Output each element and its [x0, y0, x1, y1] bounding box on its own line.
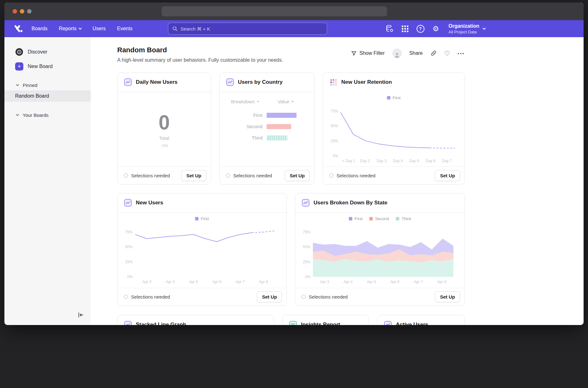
selections-needed-status: Selections needed — [329, 173, 375, 178]
set-up-button[interactable]: Set Up — [181, 170, 206, 181]
svg-text:0%: 0% — [127, 275, 133, 279]
sidebar-item-new-board[interactable]: + New Board — [4, 60, 91, 73]
line-chart-icon — [124, 78, 132, 86]
selections-needed-status: Selections needed — [302, 294, 348, 300]
page-title: Random Board — [117, 46, 283, 54]
card-new-users: New Users First 75%50%25%0%Apr 3Apr 4Apr… — [117, 193, 287, 306]
nav-item-reports[interactable]: Reports — [59, 26, 81, 31]
nav-item-users[interactable]: Users — [93, 26, 106, 31]
legend-item: Third — [396, 216, 411, 221]
set-up-button[interactable]: Set Up — [257, 291, 282, 302]
line-chart-icon — [302, 199, 310, 207]
gear-icon[interactable]: ⚙ — [433, 25, 439, 32]
search-input[interactable] — [181, 26, 323, 31]
metric-value: 0 — [159, 111, 170, 134]
svg-text:75%: 75% — [331, 109, 338, 113]
metric-delta: ↑0% — [160, 143, 168, 148]
select-label: Breakdown — [231, 99, 255, 104]
status-circle-icon — [329, 174, 333, 178]
svg-text:Apr 8: Apr 8 — [259, 280, 268, 284]
nav-item-label: Events — [117, 26, 133, 31]
bar-row: Second — [231, 124, 307, 129]
share-button[interactable]: Share — [409, 50, 423, 56]
card-daily-new-users: Daily New Users 0 Total ↑0% Selections n… — [117, 72, 211, 185]
card-footer: Selections needed Set Up — [220, 167, 314, 184]
status-circle-icon — [124, 295, 128, 299]
svg-text:Day 6: Day 6 — [426, 159, 436, 163]
discover-icon — [15, 48, 23, 56]
sidebar-item-discover[interactable]: Discover — [4, 45, 91, 59]
window-minimize-button[interactable] — [20, 9, 24, 14]
show-filter-button[interactable]: Show Filter — [351, 50, 385, 56]
bar-label: First — [231, 112, 262, 118]
set-up-button[interactable]: Set Up — [435, 291, 460, 302]
sidebar-item-label: Discover — [28, 49, 47, 55]
board-content: Random Board A high-level summary of use… — [91, 37, 466, 325]
help-icon[interactable]: ? — [417, 25, 424, 33]
card-body: 0 Total ↑0% — [118, 92, 211, 167]
chevron-down-icon — [78, 26, 82, 30]
avatar[interactable] — [392, 48, 402, 58]
card-footer: Selections needed Set Up — [295, 288, 464, 305]
legend-swatch — [369, 217, 373, 220]
line-chart-icon — [226, 78, 234, 86]
nav-item-events[interactable]: Events — [117, 26, 133, 31]
breakdown-select[interactable]: Breakdown — [231, 99, 259, 104]
bar-label: Second — [231, 124, 262, 129]
sidebar-section-your-boards[interactable]: Your Boards — [4, 110, 91, 120]
browser-url-bar[interactable] — [162, 6, 387, 16]
mixpanel-logo[interactable] — [14, 25, 23, 32]
more-options-button[interactable]: ••• — [458, 51, 465, 56]
breakdown-bars: First Second Third — [231, 112, 307, 140]
chart-legend: First Second Third — [295, 213, 464, 221]
value-select[interactable]: Value — [278, 99, 293, 104]
top-nav: Boards Reports Users Events — [4, 20, 584, 37]
report-icon — [289, 321, 297, 325]
svg-text:25%: 25% — [303, 260, 310, 264]
board-actions: Show Filter Share — [351, 48, 465, 58]
retention-grid-icon — [329, 78, 337, 86]
data-management-icon[interactable] — [385, 25, 394, 33]
sidebar-collapse-button[interactable] — [76, 310, 86, 321]
svg-text:Day 7: Day 7 — [442, 159, 452, 163]
card-header: Stacked Line Graph — [118, 315, 274, 325]
search-bar[interactable] — [168, 23, 327, 35]
set-up-button[interactable]: Set Up — [285, 170, 310, 181]
svg-text:Apr 3: Apr 3 — [142, 280, 152, 284]
chart-legend: First — [118, 213, 286, 221]
sidebar-item-random-board[interactable]: Random Board — [4, 90, 91, 102]
svg-text:Apr 5: Apr 5 — [367, 280, 376, 284]
copy-link-button[interactable] — [430, 50, 437, 56]
sidebar-section-pinned[interactable]: Pinned — [4, 80, 91, 90]
sidebar-item-label: New Board — [28, 64, 53, 69]
svg-text:Apr 4: Apr 4 — [343, 280, 353, 284]
card-title: Daily New Users — [136, 79, 177, 85]
svg-text:< Day 1: < Day 1 — [342, 159, 355, 163]
card-title: New Users — [136, 200, 163, 206]
favorite-button[interactable]: ♡ — [444, 50, 450, 57]
nav-item-boards[interactable]: Boards — [32, 26, 48, 31]
legend-swatch — [195, 217, 199, 220]
org-name: Organization — [448, 23, 479, 29]
card-title: Users Broken Down By State — [314, 200, 387, 206]
set-up-button[interactable]: Set Up — [435, 170, 460, 181]
card-title: Insights Report — [301, 322, 340, 325]
apps-grid-icon[interactable] — [402, 26, 408, 32]
nav-item-label: Users — [93, 26, 106, 31]
nav-right: ? ⚙ Organization All Project Data — [385, 23, 485, 34]
card-row-3: Stacked Line Graph Ins — [117, 315, 465, 325]
svg-text:Day 4: Day 4 — [393, 159, 403, 163]
legend-swatch — [349, 217, 352, 220]
status-label: Selections needed — [131, 294, 170, 300]
svg-text:Apr 6: Apr 6 — [212, 280, 222, 284]
window-titlebar — [4, 3, 584, 20]
heart-icon: ♡ — [444, 50, 450, 57]
legend-label: First — [393, 95, 401, 100]
card-new-user-retention: New User Retention First 75%50%25%0%< Da… — [323, 72, 465, 185]
legend-item: First — [387, 95, 401, 100]
window-close-button[interactable] — [13, 9, 17, 14]
app-window: Boards Reports Users Events — [4, 3, 584, 325]
org-switcher[interactable]: Organization All Project Data — [448, 23, 485, 34]
legend-swatch — [396, 217, 399, 220]
window-zoom-button[interactable] — [27, 9, 32, 14]
